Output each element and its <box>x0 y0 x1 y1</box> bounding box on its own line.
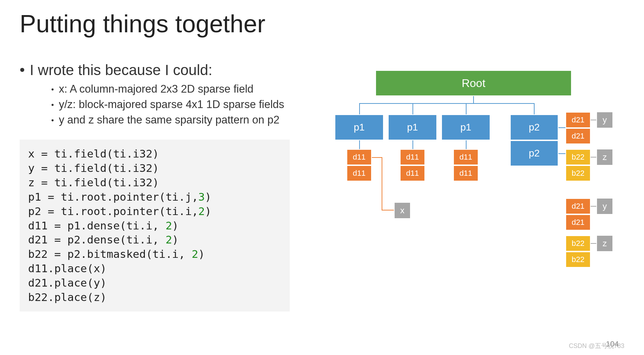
connector-line <box>591 120 596 120</box>
sub-bullet-2: •y/z: block-majored sparse 4x1 1D sparse… <box>51 98 335 111</box>
p2-node: p2 <box>510 114 558 140</box>
b22-node: b22 <box>565 252 591 268</box>
connector-line <box>591 243 596 244</box>
connector-line <box>558 153 565 154</box>
connector-line <box>558 127 565 128</box>
d11-node: d11 <box>453 165 478 181</box>
bullet-dot-icon: • <box>51 100 54 109</box>
connector-line <box>591 157 596 158</box>
connector-line <box>372 157 382 158</box>
y-leaf: y <box>596 198 613 215</box>
d11-node: d11 <box>400 165 425 181</box>
connector-line <box>412 140 413 149</box>
connector-line <box>412 103 413 114</box>
x-leaf: x <box>394 202 411 219</box>
tree-diagram: Root p1 p1 p1 d11 d11 d11 d11 d11 d11 x … <box>330 70 644 344</box>
connector-line <box>359 103 360 114</box>
connector-line <box>359 140 360 149</box>
bullet-dot-icon: • <box>51 85 54 94</box>
left-column: • I wrote this because I could: •x: A co… <box>20 62 335 312</box>
d11-node: d11 <box>347 165 372 181</box>
sub-bullet-1: •x: A column-majored 2x3 2D sparse field <box>51 83 335 95</box>
main-bullet-text: I wrote this because I could: <box>30 62 213 79</box>
bullet-dot-icon: • <box>20 62 25 77</box>
p1-node: p1 <box>441 114 490 140</box>
sub-bullet-3: •y and z share the same sparsity pattern… <box>51 114 335 126</box>
d21-node: d21 <box>565 112 591 128</box>
d11-node: d11 <box>400 149 425 165</box>
connector-line <box>466 140 467 149</box>
main-bullet: • I wrote this because I could: <box>20 62 335 79</box>
connector-line <box>466 103 467 114</box>
connector-line <box>534 103 535 114</box>
watermark: CSDN @五号线783 <box>569 342 624 350</box>
z-leaf: z <box>596 235 613 252</box>
d11-node: d11 <box>347 149 372 165</box>
d21-node: d21 <box>565 214 591 230</box>
sub-bullets: •x: A column-majored 2x3 2D sparse field… <box>51 83 335 126</box>
d21-node: d21 <box>565 128 591 144</box>
p1-node: p1 <box>335 114 384 140</box>
p2-node: p2 <box>510 140 558 166</box>
connector-line <box>591 206 596 207</box>
d11-node: d11 <box>453 149 478 165</box>
b22-node: b22 <box>565 149 591 165</box>
b22-node: b22 <box>565 235 591 252</box>
d21-node: d21 <box>565 198 591 214</box>
root-node: Root <box>375 70 572 96</box>
p1-node: p1 <box>388 114 437 140</box>
z-leaf: z <box>596 149 613 166</box>
slide-title: Putting things together <box>20 10 624 38</box>
b22-node: b22 <box>565 165 591 181</box>
y-leaf: y <box>596 112 613 128</box>
connector-line <box>382 157 382 210</box>
bullet-dot-icon: • <box>51 116 54 125</box>
connector-line <box>473 96 474 103</box>
slide: Putting things together • I wrote this b… <box>0 0 644 355</box>
connector-line <box>382 210 394 210</box>
connector-line <box>359 103 535 104</box>
code-block: x = ti.field(ti.i32) y = ti.field(ti.i32… <box>20 140 290 312</box>
